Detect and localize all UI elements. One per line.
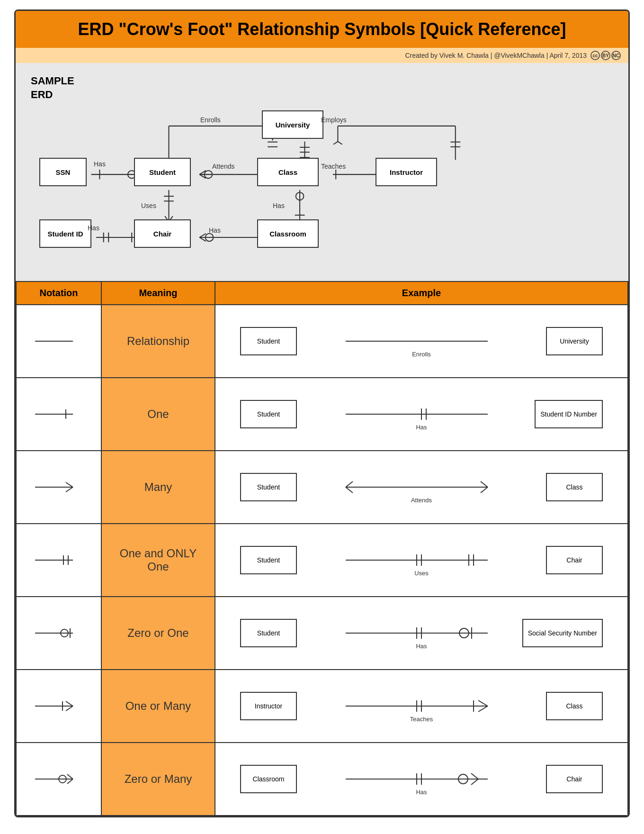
notation-symbol <box>16 524 101 597</box>
rel-has-classroom: Has <box>273 202 285 209</box>
subtitle-text: Created by Vivek M. Chawla | @VivekMChaw… <box>405 52 587 59</box>
rel-attends: Attends <box>212 163 234 170</box>
entity-instructor: Instructor <box>376 158 437 186</box>
table-row: One and ONLY OneStudentChairUses <box>16 524 628 597</box>
example-cell: StudentClassAttends <box>215 451 628 524</box>
svg-line-67 <box>481 487 488 493</box>
svg-line-96 <box>478 700 488 706</box>
table-row: ManyStudentClassAttends <box>16 451 628 524</box>
notation-symbol <box>16 378 101 451</box>
example-entity-left: Instructor <box>240 692 297 720</box>
example-cell: ClassroomChairHas <box>215 743 628 816</box>
rel-has-studentid: Has <box>88 224 99 232</box>
example-cell: StudentSocial Security NumberHas <box>215 597 628 670</box>
notation-symbol <box>16 305 101 378</box>
meaning-cell: One <box>101 378 215 451</box>
example-cell: StudentStudent ID NumberHas <box>215 378 628 451</box>
header-example: Example <box>215 281 628 305</box>
svg-line-69 <box>346 481 353 487</box>
header-meaning: Meaning <box>101 281 215 305</box>
example-entity-right: Class <box>546 473 603 501</box>
entity-classroom: Classroom <box>257 219 319 248</box>
example-label: Uses <box>414 570 429 577</box>
svg-line-90 <box>66 701 73 706</box>
meaning-cell: Zero or Many <box>101 743 215 816</box>
cc-icons: cc BY NC <box>590 51 621 60</box>
example-label: Attends <box>411 497 432 504</box>
erd-connections: Student (one-and-only on SSN side, zero-… <box>16 63 628 281</box>
meaning-cell: Many <box>101 451 215 524</box>
svg-line-91 <box>66 706 73 711</box>
subtitle-bar: Created by Vivek M. Chawla | @VivekMChaw… <box>16 48 628 63</box>
entity-university: University <box>262 110 323 139</box>
rel-teaches: Teaches <box>321 163 346 170</box>
example-cell: StudentChairUses <box>215 524 628 597</box>
svg-line-109 <box>471 773 478 779</box>
table-row: OneStudentStudent ID NumberHas <box>16 378 628 451</box>
example-entity-right: Student ID Number <box>535 400 603 428</box>
entity-student: Student <box>134 158 191 186</box>
entity-student-id: Student ID <box>39 219 91 248</box>
svg-line-48 <box>338 142 342 145</box>
svg-line-37 <box>199 234 206 237</box>
example-entity-right: Class <box>546 692 603 720</box>
notation-symbol <box>16 743 101 816</box>
rel-uses: Uses <box>141 202 156 209</box>
example-entity-right: University <box>546 327 603 355</box>
table-row: Zero or ManyClassroomChairHas <box>16 743 628 816</box>
entity-class: Class <box>257 158 319 186</box>
erd-sample-area: SAMPLEERD Student (one-and-only on SSN s… <box>16 63 628 281</box>
nc-icon: NC <box>611 51 621 60</box>
entity-ssn: SSN <box>39 158 87 186</box>
svg-line-110 <box>471 779 478 785</box>
meaning-cell: Relationship <box>101 305 215 378</box>
table-header-row: Notation Meaning Example <box>16 281 628 305</box>
example-entity-left: Classroom <box>240 765 297 793</box>
svg-line-70 <box>346 487 353 493</box>
title-bar: ERD "Crow's Foot" Relationship Symbols [… <box>16 11 628 48</box>
svg-line-63 <box>66 487 73 492</box>
example-label: Has <box>416 789 427 796</box>
notation-symbol <box>16 670 101 743</box>
example-label: Has <box>416 424 427 431</box>
by-icon: BY <box>601 51 610 60</box>
example-entity-left: Student <box>240 619 297 647</box>
example-label: Has <box>416 643 427 650</box>
example-cell: InstructorClassTeaches <box>215 670 628 743</box>
entity-chair: Chair <box>134 219 191 248</box>
rel-has-ssn: Has <box>94 160 106 168</box>
svg-line-102 <box>67 774 73 779</box>
cc-icon: cc <box>590 51 600 60</box>
example-entity-left: Student <box>240 546 297 574</box>
example-label: Enrolls <box>412 351 431 358</box>
svg-line-38 <box>199 237 206 241</box>
rel-has-chair: Has <box>209 227 221 234</box>
svg-line-103 <box>67 779 73 784</box>
meaning-cell: One or Many <box>101 670 215 743</box>
meaning-cell: Zero or One <box>101 597 215 670</box>
rel-enrolls: Enrolls <box>200 116 221 124</box>
table-row: One or ManyInstructorClassTeaches <box>16 670 628 743</box>
meaning-cell: One and ONLY One <box>101 524 215 597</box>
notation-table: Notation Meaning Example RelationshipStu… <box>16 281 628 816</box>
table-row: Zero or OneStudentSocial Security Number… <box>16 597 628 670</box>
notation-symbol <box>16 597 101 670</box>
rel-employs: Employs <box>321 116 347 124</box>
example-entity-right: Social Security Number <box>522 619 603 647</box>
svg-line-66 <box>481 481 488 487</box>
svg-line-62 <box>66 482 73 487</box>
page-title: ERD "Crow's Foot" Relationship Symbols [… <box>27 19 617 39</box>
svg-line-47 <box>333 142 338 145</box>
example-entity-left: Student <box>240 400 297 428</box>
header-notation: Notation <box>16 281 101 305</box>
example-entity-left: Student <box>240 473 297 501</box>
example-label: Teaches <box>410 716 433 723</box>
example-entity-right: Chair <box>546 765 603 793</box>
example-entity-left: Student <box>240 327 297 355</box>
notation-symbol <box>16 451 101 524</box>
example-cell: StudentUniversityEnrolls <box>215 305 628 378</box>
table-row: RelationshipStudentUniversityEnrolls <box>16 305 628 378</box>
example-entity-right: Chair <box>546 546 603 574</box>
svg-line-97 <box>478 706 488 712</box>
